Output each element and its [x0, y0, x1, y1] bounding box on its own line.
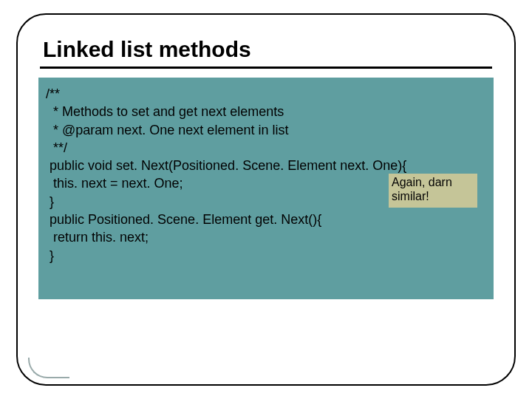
code-line: * Methods to set and get next elements: [46, 103, 486, 120]
slide-frame: Linked list methods /** * Methods to set…: [16, 13, 516, 386]
slide-title: Linked list methods: [43, 37, 494, 62]
title-underline: [40, 66, 492, 69]
code-line: /**: [46, 85, 486, 103]
corner-accent: [28, 358, 69, 378]
code-block: /** * Methods to set and get next elemen…: [38, 78, 494, 299]
code-line: return this. next;: [46, 228, 486, 246]
annotation-note: Again, darn similar!: [389, 174, 477, 208]
code-line: * @param next. One next element in list: [46, 121, 486, 139]
code-line: public void set. Next(Positioned. Scene.…: [46, 157, 486, 174]
code-line: **/: [46, 139, 486, 157]
code-line: }: [46, 247, 486, 265]
code-line: public Positioned. Scene. Element get. N…: [46, 211, 486, 228]
